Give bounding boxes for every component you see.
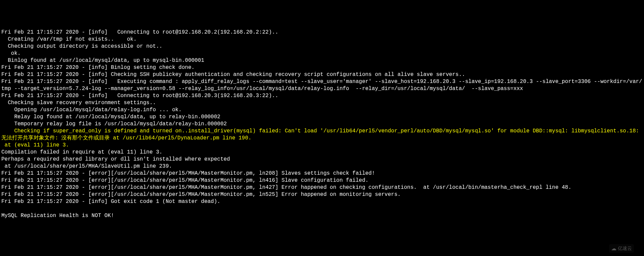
terminal-output: Fri Feb 21 17:15:27 2020 - [info] Connec… [1, 29, 643, 219]
watermark: ☁ 亿速云 [609, 244, 634, 253]
terminal-line: Compilation failed in require at (eval 1… [1, 149, 571, 219]
terminal-line-error: Checking if super_read_only is defined a… [1, 128, 642, 148]
watermark-text: 亿速云 [618, 245, 632, 252]
terminal-line: Fri Feb 21 17:15:27 2020 - [info] Connec… [1, 29, 642, 134]
cloud-icon: ☁ [611, 245, 616, 252]
